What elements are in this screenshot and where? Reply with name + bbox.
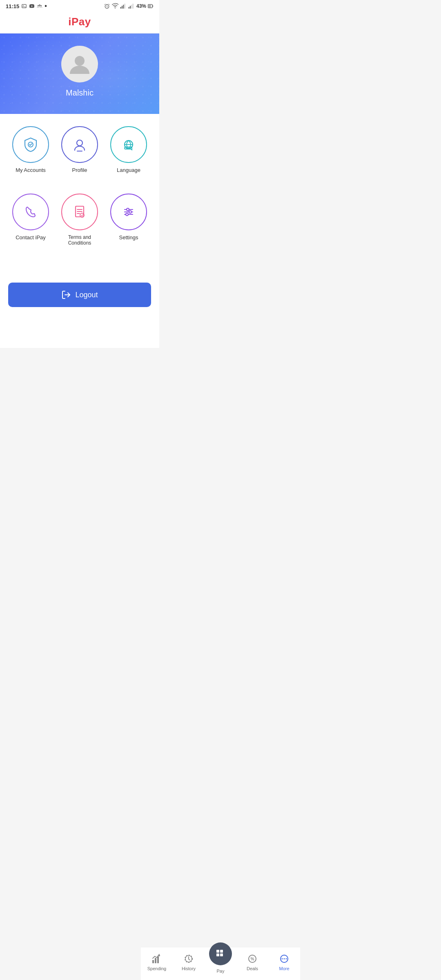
app-header: iPay xyxy=(0,11,159,33)
title-main: Pay xyxy=(71,16,91,28)
hero-username: Malshic xyxy=(8,88,151,98)
svg-rect-10 xyxy=(123,5,124,9)
terms-label: Terms and Conditions xyxy=(59,234,100,246)
logout-label: Logout xyxy=(75,291,98,299)
title-accent: i xyxy=(68,16,71,28)
menu-item-language[interactable]: Language xyxy=(106,122,151,177)
wifi-icon xyxy=(112,3,118,9)
shield-check-icon xyxy=(22,136,40,154)
settings-icon-circle xyxy=(110,194,147,230)
profile-icon xyxy=(71,136,89,154)
svg-point-7 xyxy=(115,8,116,9)
menu-item-terms[interactable]: Terms and Conditions xyxy=(57,189,102,250)
menu-item-settings[interactable]: Settings xyxy=(106,189,151,250)
youtube-icon xyxy=(29,3,35,9)
app-title: iPay xyxy=(0,16,159,28)
profile-icon-circle xyxy=(61,126,98,163)
svg-point-30 xyxy=(127,208,129,211)
menu-item-my-accounts[interactable]: My Accounts xyxy=(8,122,53,177)
menu-item-profile[interactable]: Profile xyxy=(57,122,102,177)
my-accounts-label: My Accounts xyxy=(16,167,46,173)
profile-label: Profile xyxy=(72,167,87,173)
teams-icon xyxy=(37,3,42,9)
terms-icon xyxy=(71,203,89,221)
settings-sliders-icon xyxy=(120,203,138,221)
avatar[interactable] xyxy=(61,46,98,82)
svg-point-3 xyxy=(39,4,41,6)
svg-point-18 xyxy=(75,56,85,66)
time-display: 11:15 xyxy=(6,3,19,9)
language-icon-circle xyxy=(110,126,147,163)
svg-rect-17 xyxy=(149,5,151,7)
menu-grid-row1: My Accounts Profile xyxy=(8,122,151,177)
logout-icon xyxy=(61,290,71,300)
logout-section: Logout xyxy=(0,274,159,311)
svg-point-20 xyxy=(77,140,82,146)
battery-display: 43% xyxy=(136,3,146,9)
svg-rect-14 xyxy=(131,5,132,9)
svg-point-32 xyxy=(129,211,131,213)
svg-rect-8 xyxy=(120,7,121,9)
language-label: Language xyxy=(117,167,140,173)
status-time: 11:15 • xyxy=(6,2,47,10)
signal-icon xyxy=(120,3,127,9)
svg-point-4 xyxy=(38,5,39,6)
battery-icon xyxy=(148,3,154,9)
alarm-icon xyxy=(104,3,110,9)
my-accounts-icon-circle xyxy=(12,126,49,163)
hero-banner: Malshic xyxy=(0,33,159,114)
svg-rect-15 xyxy=(133,4,134,9)
terms-icon-circle xyxy=(61,194,98,230)
logout-button[interactable]: Logout xyxy=(8,283,151,307)
dot-indicator: • xyxy=(45,2,47,10)
contact-label: Contact iPay xyxy=(16,234,46,241)
status-icons: 43% xyxy=(104,3,154,9)
svg-point-34 xyxy=(126,213,128,216)
status-bar: 11:15 • 43% xyxy=(0,0,159,11)
signal2-icon xyxy=(128,3,135,9)
svg-rect-12 xyxy=(129,7,129,9)
svg-rect-11 xyxy=(125,4,125,9)
phone-icon xyxy=(22,203,40,221)
svg-rect-13 xyxy=(130,6,131,9)
contact-icon-circle xyxy=(12,194,49,230)
menu-grid-row2: Contact iPay Terms and Conditions xyxy=(8,189,151,250)
menu-item-contact-ipay[interactable]: Contact iPay xyxy=(8,189,53,250)
svg-rect-9 xyxy=(122,6,122,9)
language-icon xyxy=(120,136,138,154)
settings-label: Settings xyxy=(119,234,138,241)
avatar-icon xyxy=(67,52,92,76)
main-content: My Accounts Profile xyxy=(0,114,159,274)
svg-point-5 xyxy=(40,5,42,6)
image-icon xyxy=(21,3,27,9)
